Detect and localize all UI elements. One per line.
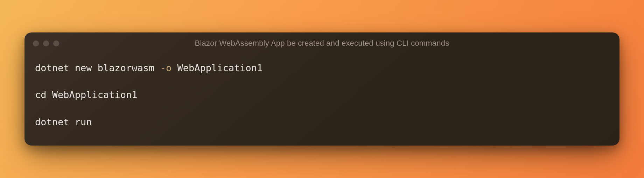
code-line: cd WebApplication1 — [35, 89, 609, 101]
close-icon[interactable] — [33, 40, 39, 46]
titlebar: Blazor WebAssembly App be created and ex… — [24, 32, 620, 51]
terminal-content: dotnet new blazorwasm -o WebApplication1… — [24, 51, 620, 145]
code-segment: WebApplication1 — [172, 62, 262, 73]
maximize-icon[interactable] — [53, 40, 59, 46]
minimize-icon[interactable] — [43, 40, 49, 46]
window-title: Blazor WebAssembly App be created and ex… — [33, 39, 611, 48]
traffic-lights — [33, 40, 59, 46]
code-segment: cd WebApplication1 — [35, 89, 138, 100]
code-segment: -o — [160, 62, 172, 73]
code-segment: dotnet run — [35, 117, 92, 127]
code-line: dotnet run — [35, 116, 609, 128]
code-line: dotnet new blazorwasm -o WebApplication1 — [35, 62, 609, 74]
code-segment: dotnet new blazorwasm — [35, 62, 160, 73]
terminal-window: Blazor WebAssembly App be created and ex… — [24, 32, 620, 145]
